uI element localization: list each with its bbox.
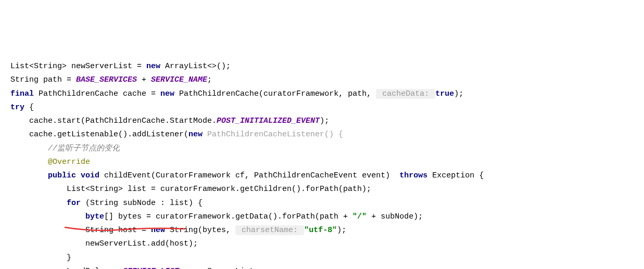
code-line-12: byte[] bytes = curatorFramework.getData(…: [10, 212, 423, 221]
code-line-14: newServerList.add(host);: [10, 239, 198, 248]
code-line-16: LoadBalance.SERVICE_LIST = newServerList…: [10, 267, 259, 269]
code-block: List<String> newServerList = new ArrayLi…: [10, 60, 634, 269]
param-hint-charsetName: charsetName:: [235, 225, 304, 235]
param-hint-cacheData: cacheData:: [376, 89, 435, 99]
code-line-2: String path = BASE_SERVICES + SERVICE_NA…: [10, 75, 212, 84]
code-line-4: try {: [10, 103, 34, 112]
code-line-5: cache.start(PathChildrenCache.StartMode.…: [10, 117, 329, 125]
code-line-9: public void childEvent(CuratorFramework …: [10, 171, 484, 180]
code-line-13: String host = new String(bytes, charsetN…: [10, 225, 346, 235]
code-line-3: final PathChildrenCache cache = new Path…: [10, 89, 463, 99]
code-line-1: List<String> newServerList = new ArrayLi…: [10, 62, 231, 71]
code-line-6: cache.getListenable().addListener(new Pa…: [10, 130, 343, 139]
code-line-10: List<String> list = curatorFramework.get…: [10, 185, 371, 194]
code-line-15: }: [10, 253, 71, 262]
code-line-7: //监听子节点的变化: [10, 144, 120, 153]
code-line-11: for (String subNode : list) {: [10, 199, 203, 208]
code-line-8: @Override: [10, 158, 90, 166]
